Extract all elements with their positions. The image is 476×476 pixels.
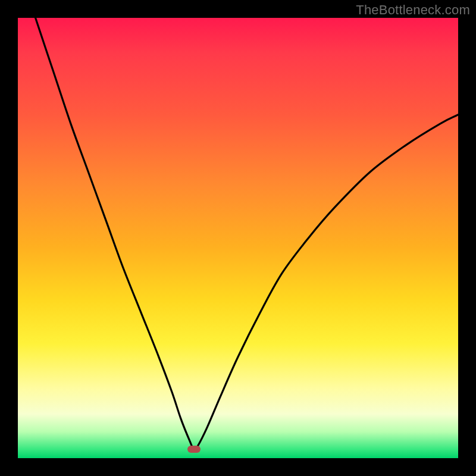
chart-frame: TheBottleneck.com [0, 0, 476, 476]
watermark-text: TheBottleneck.com [356, 2, 470, 18]
optimal-point-marker [187, 446, 201, 453]
plot-area [18, 18, 458, 458]
bottleneck-curve [18, 18, 458, 458]
